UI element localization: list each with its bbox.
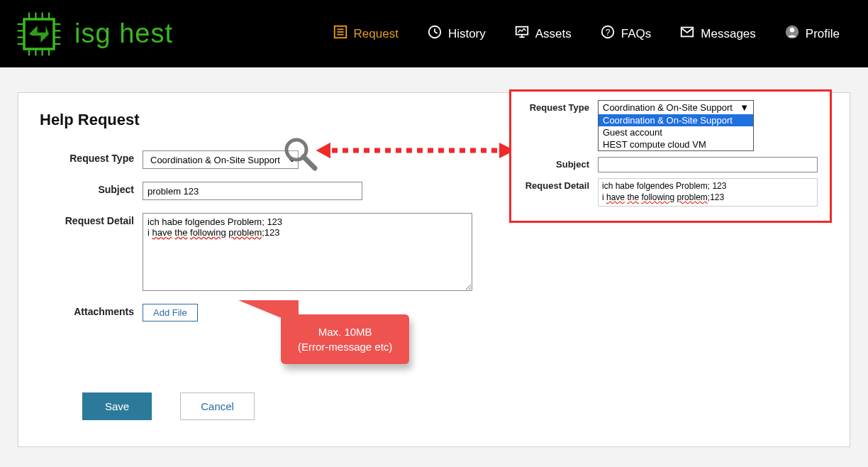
cancel-button[interactable]: Cancel [180,392,255,420]
svg-line-23 [435,32,438,33]
detail-textarea[interactable]: ich habe folgendes Problem; 123 i have t… [143,213,472,291]
nav-label: FAQs [621,27,652,41]
nav-profile[interactable]: Profile [784,24,840,43]
nav-assets[interactable]: Assets [514,24,572,43]
user-icon [784,24,800,43]
monitor-icon [514,24,530,43]
nav-label: History [448,27,486,41]
svg-text:?: ? [606,28,611,38]
nav-history[interactable]: History [427,24,486,43]
main-nav: Request History Assets ? FAQs Messages [333,24,854,43]
button-row: Save Cancel [40,392,828,420]
subject-input[interactable] [143,182,362,200]
nav-label: Profile [806,27,840,41]
top-bar: isg hest Request History Assets ? FAQs [0,0,868,67]
chip-icon [14,9,64,59]
inset-detail-text: ich habe folgendes Problem; 123 i have t… [598,178,818,207]
nav-label: Messages [701,27,755,41]
page-body: Help Request Request Type Coordination &… [0,67,868,467]
inset-option-2[interactable]: Guest account [599,126,753,138]
add-file-button[interactable]: Add File [143,304,198,322]
nav-label: Request [354,27,399,41]
callout-annotation: Max. 10MB (Error-message etc) [281,314,409,364]
inset-option-1[interactable]: Coordination & On-Site Support [599,114,753,126]
chevron-down-icon: ▼ [740,102,749,113]
inset-option-3[interactable]: HEST compute cloud VM [599,138,753,150]
row-attachments: Attachments Add File [40,304,828,322]
nav-faqs[interactable]: ? FAQs [600,24,652,43]
nav-label: Assets [535,27,572,41]
save-button[interactable]: Save [82,392,152,420]
request-type-select[interactable]: Coordination & On-Site Support [143,150,299,169]
callout-line1: Max. 10MB [298,324,392,339]
question-icon: ? [600,24,616,43]
help-request-card: Help Request Request Type Coordination &… [18,92,850,447]
nav-request[interactable]: Request [333,24,399,43]
inset-label-subject: Subject [520,157,598,172]
inset-request-type-select[interactable]: Coordination & On-Site Support ▼ Coordin… [598,100,754,151]
label-request-type: Request Type [40,150,143,169]
label-detail: Request Detail [40,213,143,226]
inset-dropdown-preview: Request Type Coordination & On-Site Supp… [509,89,832,223]
label-subject: Subject [40,182,143,200]
list-icon [333,24,348,43]
callout-line2: (Error-message etc) [298,339,392,354]
brand-text: isg hest [74,18,173,49]
nav-messages[interactable]: Messages [679,24,755,43]
svg-point-31 [790,28,794,32]
inset-label-detail: Request Detail [520,178,598,191]
row-detail: Request Detail ich habe folgendes Proble… [40,213,828,291]
inset-label-request-type: Request Type [520,100,598,151]
inset-subject-input[interactable] [598,157,818,172]
inset-select-header: Coordination & On-Site Support ▼ [599,101,753,114]
label-attachments: Attachments [40,304,143,322]
envelope-icon [679,24,695,43]
clock-icon [427,24,443,43]
logo[interactable]: isg hest [14,9,173,59]
